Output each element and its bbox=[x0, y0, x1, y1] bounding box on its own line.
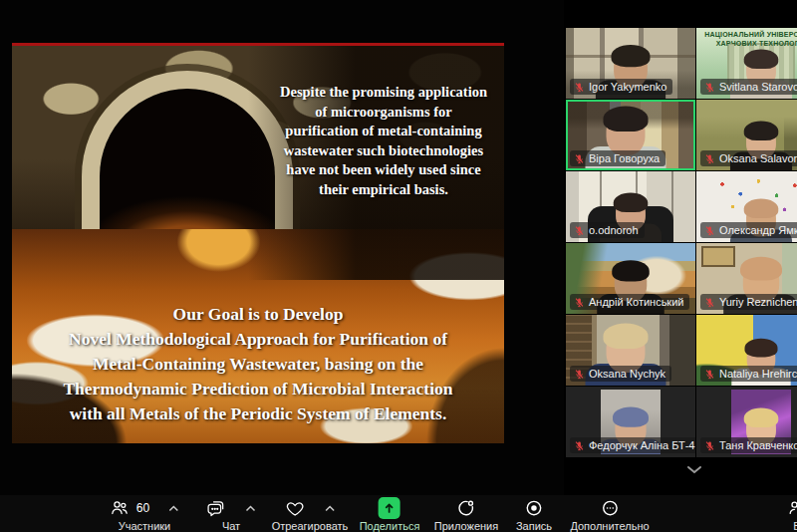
participant-name: Oksana Salavor bbox=[719, 152, 797, 164]
video-tile-igor-yakymenko[interactable]: Igor Yakymenko bbox=[566, 28, 695, 99]
muted-mic-icon bbox=[574, 369, 585, 380]
muted-mic-icon bbox=[574, 297, 585, 308]
chevron-down-icon bbox=[686, 465, 702, 475]
participant-name-badge: Yuriy Reznichenko bbox=[700, 294, 797, 310]
goal-line-3: Metal-Containing Wastewater, basing on t… bbox=[26, 352, 490, 377]
participant-name-badge: Віра Говоруха bbox=[570, 150, 665, 166]
video-tile-fedorchuk-alina[interactable]: Федорчук Аліна БТ-4-2 bbox=[566, 387, 695, 457]
participant-name: Oksana Nychyk bbox=[589, 368, 665, 380]
goal-line-1: Our Goal is to Develop bbox=[26, 302, 490, 327]
participant-name: Nataliya Hrehircha bbox=[719, 368, 797, 380]
toolbar-label: Участники bbox=[119, 520, 171, 532]
video-tile-andrii-kotynskyi[interactable]: Андрій Котинський bbox=[566, 243, 695, 314]
participant-name-badge: Oksana Nychyk bbox=[570, 366, 671, 382]
toolbar-label: Запись bbox=[516, 520, 552, 532]
video-tile-oksana-nychyk[interactable]: Oksana Nychyk bbox=[566, 315, 695, 386]
participant-name-badge: Svitlana Starovoito bbox=[700, 79, 797, 95]
participant-name: Олександр Ямкови bbox=[719, 224, 797, 236]
participant-name: Федорчук Аліна БТ-4-2 bbox=[589, 439, 695, 451]
toolbar-item-share-screen[interactable]: Поделиться bbox=[360, 497, 420, 532]
video-tile-svitlana-starovoitova[interactable]: НАЦІОНАЛЬНИЙ УНІВЕРСИТЕТХАРЧОВИХ ТЕХНОЛО… bbox=[696, 28, 797, 99]
participant-count: 60 bbox=[136, 501, 149, 515]
toolbar-label: В bbox=[793, 520, 797, 532]
record-icon bbox=[524, 498, 544, 518]
participant-name-badge: Олександр Ямкови bbox=[700, 222, 797, 238]
video-tile-vira-hovorukha-active-speaker[interactable]: Віра Говоруха bbox=[566, 100, 695, 170]
shared-screen-region: Despite the promising application of mic… bbox=[0, 0, 564, 495]
chevron-up-icon[interactable] bbox=[245, 505, 256, 512]
more-participants-button[interactable] bbox=[681, 463, 707, 477]
participant-name-badge: Федорчук Аліна БТ-4-2 bbox=[570, 437, 695, 453]
participant-name: Таня Кравченко bbox=[719, 439, 797, 451]
toolbar-item-record[interactable]: Запись bbox=[516, 497, 552, 532]
slide-paragraph: Despite the promising application of mic… bbox=[277, 83, 490, 199]
goal-line-2: Novel Methodological Approach for Purifi… bbox=[26, 327, 490, 352]
toolbar-label: Поделиться bbox=[360, 520, 420, 532]
participant-name: Андрій Котинський bbox=[589, 296, 683, 308]
participant-name-badge: Nataliya Hrehircha bbox=[700, 366, 797, 382]
video-tile-o-odnoroh[interactable]: o.odnoroh bbox=[566, 171, 695, 242]
muted-mic-icon bbox=[704, 440, 715, 451]
participant-name: Віра Говоруха bbox=[589, 152, 660, 164]
muted-mic-icon bbox=[574, 440, 585, 451]
participant-name: Yuriy Reznichenko bbox=[719, 296, 797, 308]
toolbar-label: Дополнительно bbox=[570, 520, 649, 532]
toolbar-item-chat[interactable]: Чат bbox=[206, 497, 256, 532]
chevron-up-icon[interactable] bbox=[325, 505, 336, 512]
toolbar-label: Отреагировать bbox=[272, 520, 349, 532]
toolbar-item-apps[interactable]: Приложения bbox=[434, 497, 498, 532]
video-tile-yuriy-reznichenko[interactable]: Yuriy Reznichenko bbox=[696, 243, 797, 314]
participant-name-badge: Oksana Salavor bbox=[700, 150, 797, 166]
share-screen-icon bbox=[379, 497, 400, 519]
muted-mic-icon bbox=[574, 153, 585, 164]
muted-mic-icon bbox=[574, 82, 585, 93]
muted-mic-icon bbox=[704, 369, 715, 380]
participant-name: Svitlana Starovoito bbox=[719, 81, 797, 93]
toolbar-label: Чат bbox=[222, 520, 240, 532]
participant-name: o.odnoroh bbox=[589, 224, 639, 236]
toolbar-item-react[interactable]: Отреагировать bbox=[272, 497, 349, 532]
slide-red-border bbox=[12, 43, 504, 46]
partial-icon bbox=[787, 498, 797, 518]
participants-panel: Igor Yakymenko НАЦІОНАЛЬНИЙ УНІВЕРСИТЕТХ… bbox=[566, 28, 797, 459]
toolbar-item-clipped-right[interactable]: В bbox=[787, 497, 797, 532]
participant-name-badge: Igor Yakymenko bbox=[570, 79, 672, 95]
university-banner-text: НАЦІОНАЛЬНИЙ УНІВЕРСИТЕТХАРЧОВИХ ТЕХНОЛО… bbox=[696, 30, 797, 48]
toolbar-label: Приложения bbox=[434, 520, 498, 532]
apps-icon bbox=[456, 498, 476, 518]
muted-mic-icon bbox=[704, 225, 715, 236]
muted-mic-icon bbox=[574, 225, 585, 236]
video-tile-nataliya-hrehirchak[interactable]: Nataliya Hrehircha bbox=[696, 315, 797, 386]
more-icon bbox=[600, 498, 620, 518]
video-tile-oksana-salavor[interactable]: Oksana Salavor bbox=[696, 100, 797, 170]
toolbar-item-more[interactable]: Дополнительно bbox=[570, 497, 649, 532]
participant-name: Igor Yakymenko bbox=[589, 81, 666, 93]
chevron-up-icon[interactable] bbox=[168, 505, 179, 512]
meeting-toolbar: 60 Участники Чат Отреагировать Поделитьс… bbox=[0, 495, 797, 532]
slide-goal-text: Our Goal is to Develop Novel Methodologi… bbox=[26, 302, 490, 426]
muted-mic-icon bbox=[704, 82, 715, 93]
muted-mic-icon bbox=[704, 153, 715, 164]
participants-icon bbox=[110, 498, 130, 518]
muted-mic-icon bbox=[704, 297, 715, 308]
participant-name-badge: o.odnoroh bbox=[570, 222, 645, 238]
participant-name-badge: Таня Кравченко bbox=[700, 437, 797, 453]
heart-icon bbox=[285, 498, 306, 519]
video-tile-oleksandr-yamkovyi[interactable]: Олександр Ямкови bbox=[696, 171, 797, 242]
toolbar-item-participants[interactable]: 60 Участники bbox=[110, 497, 179, 532]
chat-icon bbox=[206, 498, 226, 518]
goal-line-4: Thermodynamic Prediction of Microbial In… bbox=[26, 377, 490, 401]
goal-line-5: with all Metals of the Periodic System o… bbox=[26, 401, 490, 426]
presentation-slide: Despite the promising application of mic… bbox=[12, 43, 504, 443]
video-tile-tania-kravchenko[interactable]: Таня Кравченко bbox=[696, 387, 797, 457]
participant-name-badge: Андрій Котинський bbox=[570, 294, 689, 310]
